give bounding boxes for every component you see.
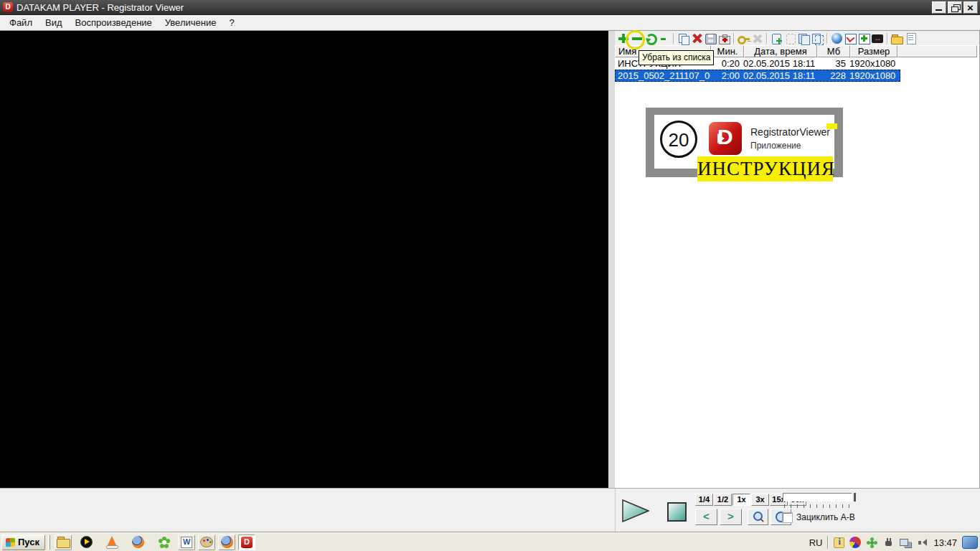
- column-header[interactable]: Размер: [850, 45, 897, 57]
- file-cell: 02.05.2015 18:11: [743, 70, 816, 81]
- preview-badge: 20: [660, 121, 697, 158]
- preview-app-type: Приложение: [750, 141, 801, 151]
- speed-button[interactable]: 1/2: [714, 494, 732, 506]
- loop-ab-checkbox[interactable]: [783, 513, 792, 522]
- explorer-folder-icon: [57, 537, 70, 547]
- app-window: D DATAKAM PLAYER - Registrator Viewer Фа…: [0, 0, 980, 551]
- vlc-icon: [105, 536, 118, 548]
- clips-icon[interactable]: [797, 32, 811, 44]
- minimize-button[interactable]: [932, 1, 946, 14]
- menu-item[interactable]: Увеличение: [159, 16, 223, 29]
- volume-icon[interactable]: [917, 537, 928, 548]
- toolbar-separator: [766, 33, 768, 44]
- volume-slider-thumb[interactable]: [854, 493, 856, 501]
- taskbar-paint-button[interactable]: [198, 534, 215, 550]
- more-dash-icon[interactable]: [657, 32, 671, 44]
- file-cell: 228: [816, 70, 849, 81]
- column-header[interactable]: Дата, время: [744, 45, 817, 57]
- panel-splitter[interactable]: [608, 31, 615, 488]
- preview-caption: ИНСТРУКЦИЯ: [697, 156, 833, 182]
- column-header[interactable]: Мин.: [711, 45, 744, 57]
- menu-item[interactable]: Воспроизведение: [69, 16, 159, 29]
- start-label: Пуск: [18, 537, 39, 547]
- paint-icon: [200, 537, 213, 547]
- file-panel: ИмяМин.Дата, времяМбРазмер ИНСТРУКЦИЯ0:2…: [615, 31, 980, 488]
- previous-frame-button[interactable]: <: [695, 509, 717, 525]
- menu-item[interactable]: Файл: [3, 16, 39, 29]
- cut-disabled-icon[interactable]: [750, 32, 764, 44]
- icq-icon: [158, 536, 170, 548]
- empty-clip-icon[interactable]: [783, 32, 797, 44]
- taskbar-word-button[interactable]: [178, 534, 195, 550]
- speed-button[interactable]: 1/4: [695, 494, 713, 506]
- system-tray: RU13:47: [809, 533, 980, 551]
- zoom-small-button[interactable]: [748, 509, 768, 525]
- map-route-icon[interactable]: [844, 32, 857, 44]
- start-button[interactable]: Пуск: [1, 534, 45, 550]
- file-cell: 1920x1080: [849, 58, 897, 69]
- file-cell: 1920x1080: [849, 70, 897, 81]
- taskbar-datakam-button[interactable]: [238, 534, 255, 550]
- taskbar-explorer-folder-button[interactable]: [55, 534, 72, 550]
- speed-button[interactable]: 1x: [732, 494, 750, 506]
- taskbar: Пуск RU13:47: [0, 532, 980, 551]
- taskbar-firefox-button[interactable]: [130, 534, 146, 550]
- report-icon[interactable]: [904, 32, 918, 44]
- show-desktop-button[interactable]: [962, 536, 978, 549]
- disk-usage-icon[interactable]: [849, 537, 861, 548]
- file-cell: 2015_0502_211107_001: [616, 70, 710, 81]
- key-icon[interactable]: [737, 32, 750, 44]
- delete-icon[interactable]: [690, 32, 704, 44]
- menu-bar: ФайлВидВоспроизведениеУвеличение?: [0, 15, 980, 31]
- close-button[interactable]: [963, 1, 978, 14]
- first-aid-icon[interactable]: [717, 32, 731, 44]
- ab-range-icon[interactable]: [871, 32, 885, 44]
- network-icon[interactable]: [899, 537, 912, 548]
- power-plug-icon[interactable]: [882, 537, 894, 548]
- toolbar-separator: [733, 33, 735, 44]
- open-folder-icon[interactable]: [890, 32, 904, 44]
- video-display-area: [0, 31, 608, 488]
- firefox-icon: [132, 536, 144, 548]
- file-cell: 35: [816, 58, 849, 69]
- speed-button[interactable]: 3x: [751, 494, 769, 506]
- windows-flag-icon: [6, 537, 15, 547]
- taskbar-vlc-button[interactable]: [104, 534, 120, 550]
- language-indicator[interactable]: RU: [809, 537, 823, 548]
- word-icon: [181, 537, 192, 548]
- google-earth-icon[interactable]: [830, 32, 844, 44]
- stop-button[interactable]: [667, 502, 687, 522]
- title-bar: D DATAKAM PLAYER - Registrator Viewer: [0, 0, 980, 15]
- file-cell: 02.05.2015 18:11: [743, 58, 816, 69]
- refresh-icon[interactable]: [644, 32, 657, 44]
- tray-separator: [827, 536, 829, 549]
- menu-item[interactable]: Вид: [39, 16, 69, 29]
- loop-ab-label: Зациклить A-B: [796, 512, 855, 522]
- file-cell: 0:20: [710, 58, 743, 69]
- file-preview-image: 20 RegistratorViewer Приложение ИНСТРУКЦ…: [646, 108, 843, 177]
- file-row[interactable]: 2015_0502_211107_0012:0002.05.2015 18:11…: [615, 70, 900, 82]
- menu-item[interactable]: ?: [222, 16, 240, 29]
- taskbar-grip: [48, 535, 50, 550]
- registrator-viewer-logo-icon: [709, 122, 742, 155]
- save-icon[interactable]: [704, 32, 717, 44]
- restore-button[interactable]: [948, 1, 962, 14]
- datakam-icon: [241, 537, 253, 548]
- taskbar-icq-button[interactable]: [156, 534, 171, 550]
- app-logo-icon: D: [3, 2, 13, 12]
- file-toolbar: [615, 31, 979, 45]
- copy-icon[interactable]: [677, 32, 690, 44]
- taskbar-media-player-button[interactable]: [78, 534, 94, 550]
- column-header[interactable]: Мб: [817, 45, 850, 57]
- next-frame-button[interactable]: >: [720, 509, 742, 525]
- add-to-list-icon[interactable]: [616, 32, 630, 44]
- toolbar-separator: [826, 33, 828, 44]
- clips-select-icon[interactable]: [811, 32, 824, 44]
- volume-slider[interactable]: [783, 493, 852, 501]
- info-icon[interactable]: [834, 537, 844, 548]
- play-button[interactable]: [622, 499, 649, 522]
- taskbar-firefox-button[interactable]: [218, 534, 235, 550]
- clover-icon[interactable]: [866, 537, 877, 548]
- new-clip-icon[interactable]: [770, 32, 783, 44]
- image-add-icon[interactable]: [857, 32, 871, 44]
